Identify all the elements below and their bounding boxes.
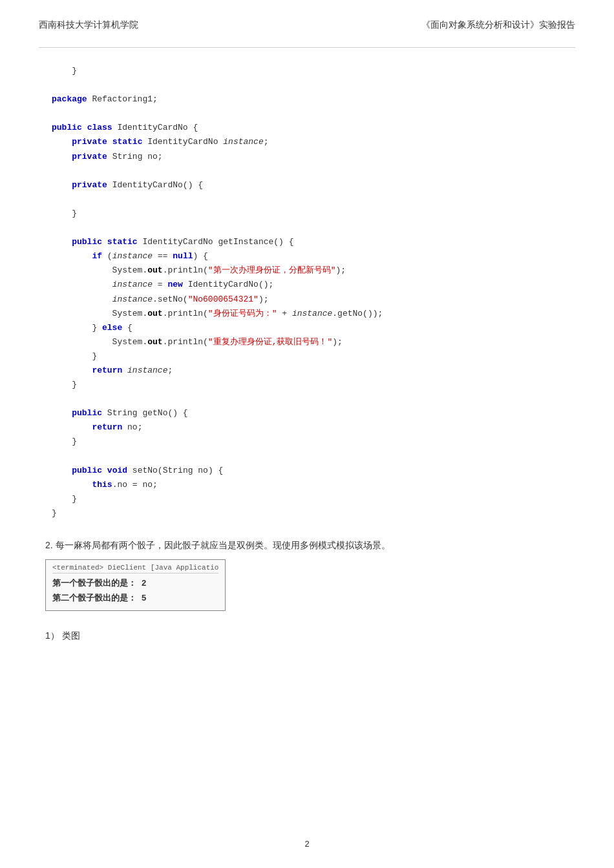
subsection-label: 1） 类图 xyxy=(39,630,575,642)
code-line-else: } else { xyxy=(52,321,575,335)
header-report: 实验报告 xyxy=(539,19,575,30)
console-box: <terminated> DieClient [Java Applicatio … xyxy=(45,559,226,611)
console-line-1: 第一个骰子骰出的是： 2 xyxy=(52,576,218,591)
page-container: 西南科技大学计算机学院 《面向对象系统分析和设计》实验报告 } package … xyxy=(0,0,614,868)
code-line-assign: instance = new IdentityCardNo(); xyxy=(52,278,575,292)
code-line-blank2 xyxy=(52,107,575,121)
code-line-field2: private String no; xyxy=(52,150,575,164)
code-line-blank7 xyxy=(52,450,575,464)
code-line-blank5 xyxy=(52,221,575,235)
code-block: } package Refactoring1; public class Ide… xyxy=(39,64,575,521)
code-line-this: this.no = no; xyxy=(52,478,575,492)
code-line-if: if (instance == null) { xyxy=(52,249,575,264)
page-number: 2 xyxy=(304,839,309,849)
code-line-blank3 xyxy=(52,164,575,178)
code-line-blank1 xyxy=(52,78,575,92)
code-line-field1: private static IdentityCardNo instance; xyxy=(52,135,575,149)
code-line-1: } xyxy=(52,64,575,78)
code-line-constructor: private IdentityCardNo() { xyxy=(52,178,575,192)
code-line-close4: } xyxy=(52,435,575,449)
code-line-blank6 xyxy=(52,392,575,406)
code-line-class: public class IdentityCardNo { xyxy=(52,121,575,135)
code-line-blank4 xyxy=(52,192,575,207)
console-header: <terminated> DieClient [Java Applicatio xyxy=(52,564,218,574)
code-line-close3: } xyxy=(52,378,575,392)
code-line-println1: System.out.println("第一次办理身份证，分配新号码"); xyxy=(52,264,575,278)
code-line-return: return instance; xyxy=(52,364,575,378)
console-container: <terminated> DieClient [Java Applicatio … xyxy=(39,559,575,621)
code-line-setno-method: public void setNo(String no) { xyxy=(52,464,575,478)
code-line-close1: } xyxy=(52,207,575,221)
code-line-close2: } xyxy=(52,349,575,364)
code-line-getinstance: public static IdentityCardNo getInstance… xyxy=(52,235,575,249)
code-line-close5: } xyxy=(52,492,575,506)
code-line-returnno: return no; xyxy=(52,420,575,435)
code-line-getno: public String getNo() { xyxy=(52,406,575,420)
code-line-close6: } xyxy=(52,506,575,521)
code-line-println2: System.out.println("身份证号码为：" + instance.… xyxy=(52,307,575,321)
code-line-println3: System.out.println("重复办理身份证,获取旧号码！"); xyxy=(52,335,575,349)
console-line-2: 第二个骰子骰出的是： 5 xyxy=(52,591,218,606)
header-divider xyxy=(39,47,575,48)
header: 西南科技大学计算机学院 《面向对象系统分析和设计》实验报告 xyxy=(39,19,575,34)
section2-text: 2. 每一麻将局都有两个骰子，因此骰子就应当是双例类。现使用多例模式模拟该场景。 xyxy=(39,540,575,552)
code-line-setno: instance.setNo("No6000654321"); xyxy=(52,293,575,307)
header-right: 《面向对象系统分析和设计》实验报告 xyxy=(421,19,575,31)
header-title-book: 《面向对象系统分析和设计》 xyxy=(421,20,539,30)
code-line-package: package Refactoring1; xyxy=(52,92,575,107)
header-left: 西南科技大学计算机学院 xyxy=(39,19,138,31)
